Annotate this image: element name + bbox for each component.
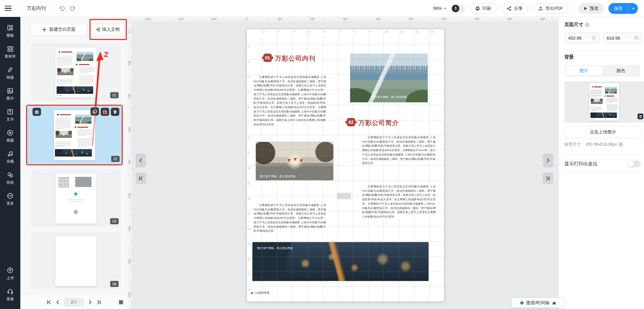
page-paragraph-left-2[interactable]: 云展网创致力于为上传者提供文档转换存储服务-上传PDF转换为3D翻页电子书，自动… [254,203,326,237]
sidebar-item-upload[interactable]: 上传 [0,267,20,281]
page-thumbnail-4[interactable]: 04 [31,232,121,290]
prev-page-nav-button[interactable] [136,153,146,167]
template-icon [7,24,14,31]
page-paragraph-right-1[interactable]: 云展网创致力于为上传者提供文档转换存储服务-上传PDF转换为3D翻页电子书，自动… [362,136,436,179]
previous-page-icon[interactable] [55,300,60,305]
insert-document-button[interactable]: 插入文档 [91,24,124,35]
page-height-field[interactable]: 高 [603,32,642,44]
sidebar-item-audio[interactable]: 音频 [0,150,20,164]
upload-icon [7,267,14,274]
redo-icon[interactable] [70,5,76,12]
save-dropdown-caret[interactable] [628,3,638,14]
section-title-2[interactable]: 万彩公司简介 [358,119,399,127]
ruler-label: 300 [128,127,131,132]
last-page-icon[interactable] [97,300,101,305]
element-drag-handle[interactable] [337,193,351,199]
preview-shape [590,90,602,90]
new-blank-page-button[interactable]: 新建空白页面 [31,24,87,35]
sidebar-item-support[interactable]: 客服 [0,288,20,302]
preview-shape [607,106,618,106]
page-preview: i [55,173,97,224]
page-paragraph-right-2[interactable]: 云展网创致力于为上传者提供文档转换存储服务-上传PDF转换为3D翻页电子书，自动… [362,185,436,237]
page-thumbnail-3[interactable]: i 03 [31,169,121,227]
save-button[interactable]: 保存 [608,3,638,14]
share-button[interactable]: 分享 [501,3,528,14]
preview-shape [79,78,94,79]
menu-icon[interactable] [5,4,14,13]
chevron-right-icon [545,158,550,163]
first-page-nav-button[interactable] [136,172,146,184]
section-badge-01[interactable]: 01 [263,54,272,62]
sidebar-item-assets[interactable]: 素材库 [0,45,20,59]
page-thumbnail-2-selected[interactable]: 02 [27,105,122,165]
preview-shape [590,110,597,111]
preview-shape [55,122,71,123]
delete-page-icon[interactable] [111,108,119,116]
remove-background-icon[interactable] [638,114,643,119]
preview-shape [79,84,88,84]
upload-image-button[interactable]: 点击上传图片 [564,126,642,138]
people-on-road-photo[interactable]: *图片源于网络，禁止商业用途 [256,142,334,181]
page-footer[interactable]: 01|领导寄语 [251,291,269,295]
duplicate-page-icon[interactable] [90,107,99,116]
print-button[interactable]: 印刷 [470,3,497,14]
undo-icon[interactable] [59,5,65,12]
sidebar-item-templates[interactable]: 模板 [0,24,20,38]
app-root: 万彩内刊 98% 印刷 分享 [0,0,644,309]
page-size-label: 页面尺寸 i [564,22,589,28]
last-page-nav-button[interactable] [543,172,553,184]
section-badge-02[interactable]: 02 [347,118,355,126]
preview-shape [55,142,71,142]
sidebar-item-more[interactable]: 更多 [0,192,20,206]
page-indicator[interactable]: 2/6 [64,298,84,307]
preview-shape [78,140,93,140]
touch-mode-toggle[interactable] [451,4,465,13]
grid-col-label: 6 [324,30,326,33]
night-city-panorama-photo[interactable]: *图片源于网络，禁止商业用途 [252,242,429,281]
canvas-area[interactable]: -300-200-1000100200300400500600700800900… [127,17,559,309]
divider [54,5,54,12]
preview-shape [591,99,603,104]
preview-shape [607,98,618,98]
preview-shape [79,83,94,83]
annotation-step-1: 1 [102,108,106,117]
page-paragraph-left-1[interactable]: 云展网创致力于为上传者提供文档转换存储服务-上传PDF转换为3D翻页电子书，自动… [254,75,326,136]
page-height-input[interactable] [607,36,628,41]
page-width-input[interactable] [568,36,589,41]
tab-image[interactable]: 图片 [565,66,602,76]
zoom-select[interactable]: 98% [433,6,447,11]
background-preview[interactable] [564,81,644,123]
preview-shape [607,108,618,108]
preview-shape [78,142,93,142]
bleed-toggle[interactable] [628,161,641,167]
ruler-label: 200 [310,17,315,21]
preview-shape [79,73,88,73]
info-icon: i [585,23,589,27]
tab-color[interactable]: 颜色 [602,66,639,76]
preview-button[interactable]: 预览 [578,3,604,14]
skip-first-icon [138,176,143,181]
ruler-label: 500 [128,193,131,198]
page-width-field[interactable]: 宽 [564,32,600,44]
preview-shape [607,102,613,103]
section-title-1[interactable]: 万彩公司内刊 [275,54,316,63]
page-canvas[interactable]: 01 万彩公司内刊 云展网创致力于为上传者提供文档转换存储服务-上传PDF转换为… [246,29,444,302]
text-icon [7,108,14,115]
snapshot-camera-icon[interactable] [33,108,41,116]
city-bridge-photo[interactable]: *图片源于网络，禁止商业用途 [350,53,428,103]
first-page-icon[interactable] [46,300,51,305]
sidebar-item-links[interactable]: 链接 [0,66,20,80]
grid-view-icon[interactable] [119,300,123,305]
sidebar-item-shapes[interactable]: 形状 [0,171,20,185]
next-page-icon[interactable] [88,300,93,305]
printer-icon [475,6,480,11]
next-page-nav-button[interactable] [543,153,553,167]
sidebar-item-text[interactable]: 文字 [0,108,20,122]
ruler-label: 800 [128,292,131,297]
layers-timeline-button[interactable]: 图层/时间轴 [511,298,565,308]
export-pdf-button[interactable]: 导出PDF [533,3,568,14]
preview-shape [607,100,618,100]
sidebar-item-video[interactable]: 视频 [0,129,20,143]
topbar-left: 万彩内刊 [5,4,76,13]
sidebar-item-images[interactable]: 图片 [0,87,20,101]
